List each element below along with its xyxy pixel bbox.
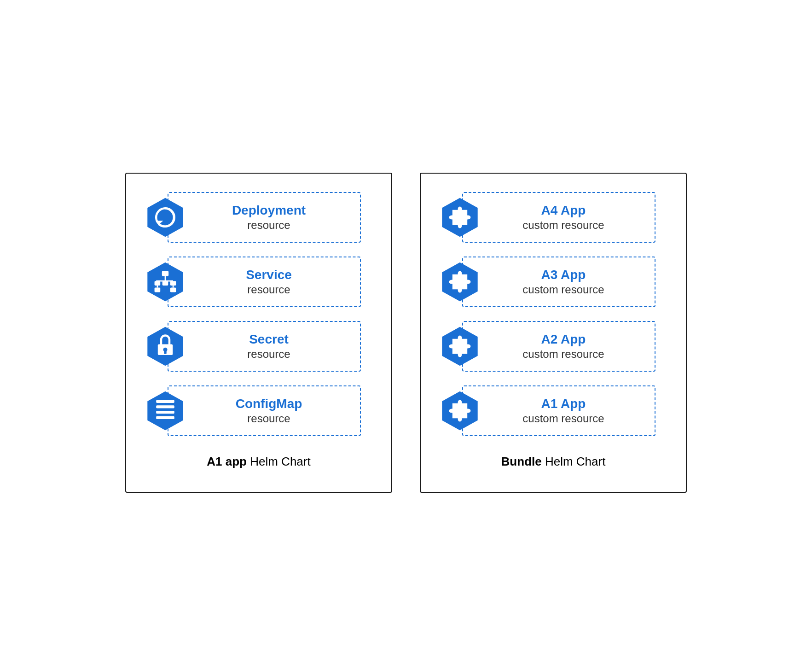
a2app-item: A2 App custom resource [439, 321, 667, 372]
a3app-icon-container [439, 261, 481, 303]
right-chart-title: Bundle Helm Chart [439, 455, 667, 469]
a4app-box: A4 App custom resource [462, 192, 655, 243]
secret-name: Secret [196, 332, 342, 347]
configmap-icon-container [145, 390, 186, 432]
svg-rect-20 [156, 405, 174, 408]
service-item: Service resource [145, 257, 373, 307]
secret-type: resource [196, 348, 342, 361]
svg-rect-5 [155, 281, 161, 286]
right-helm-chart: A4 App custom resource [420, 173, 687, 493]
deployment-icon [145, 197, 186, 238]
a2app-name: A2 App [491, 332, 636, 347]
a4app-name: A4 App [491, 203, 636, 218]
service-icon-container [145, 261, 186, 303]
a1app-icon [439, 390, 481, 432]
charts-wrapper: Deployment resource [125, 173, 687, 493]
left-helm-chart: Deployment resource [125, 173, 392, 493]
a1app-type: custom resource [491, 412, 636, 425]
a1app-name: A1 App [491, 397, 636, 411]
svg-rect-10 [155, 287, 161, 292]
service-type: resource [196, 283, 342, 296]
a3app-icon [439, 261, 481, 303]
secret-icon [145, 326, 186, 367]
svg-rect-7 [170, 281, 176, 286]
service-box: Service resource [168, 257, 361, 307]
svg-rect-17 [164, 350, 166, 354]
svg-rect-11 [170, 287, 176, 292]
svg-rect-4 [162, 271, 168, 276]
a2app-icon-container [439, 326, 481, 367]
configmap-box: ConfigMap resource [168, 385, 361, 436]
configmap-icon [145, 390, 186, 432]
svg-rect-6 [162, 281, 168, 286]
deployment-type: resource [196, 219, 342, 232]
a4app-type: custom resource [491, 219, 636, 232]
a2app-box: A2 App custom resource [462, 321, 655, 372]
a1app-icon-container [439, 390, 481, 432]
left-chart-title: A1 app Helm Chart [145, 455, 373, 469]
configmap-item: ConfigMap resource [145, 385, 373, 436]
a4app-icon [439, 197, 481, 238]
left-chart-title-rest: Helm Chart [247, 455, 311, 468]
left-chart-title-bold: A1 app [207, 455, 247, 468]
configmap-name: ConfigMap [196, 397, 342, 411]
secret-box: Secret resource [168, 321, 361, 372]
svg-rect-21 [156, 411, 174, 414]
service-name: Service [196, 268, 342, 282]
svg-marker-0 [147, 198, 183, 237]
deployment-item: Deployment resource [145, 192, 373, 243]
a1app-box: A1 App custom resource [462, 385, 655, 436]
configmap-type: resource [196, 412, 342, 425]
deployment-icon-container [145, 197, 186, 238]
page-container: Deployment resource [0, 0, 812, 665]
a4app-icon-container [439, 197, 481, 238]
right-chart-title-rest: Helm Chart [542, 455, 606, 468]
a3app-type: custom resource [491, 283, 636, 296]
a2app-type: custom resource [491, 348, 636, 361]
service-icon [145, 261, 186, 303]
deployment-name: Deployment [196, 203, 342, 218]
a3app-item: A3 App custom resource [439, 257, 667, 307]
secret-item: Secret resource [145, 321, 373, 372]
svg-rect-22 [156, 416, 174, 419]
a4app-item: A4 App custom resource [439, 192, 667, 243]
svg-rect-19 [156, 400, 174, 402]
right-chart-title-bold: Bundle [501, 455, 542, 468]
a3app-box: A3 App custom resource [462, 257, 655, 307]
a2app-icon [439, 326, 481, 367]
a3app-name: A3 App [491, 268, 636, 282]
secret-icon-container [145, 326, 186, 367]
a1app-item: A1 App custom resource [439, 385, 667, 436]
deployment-box: Deployment resource [168, 192, 361, 243]
